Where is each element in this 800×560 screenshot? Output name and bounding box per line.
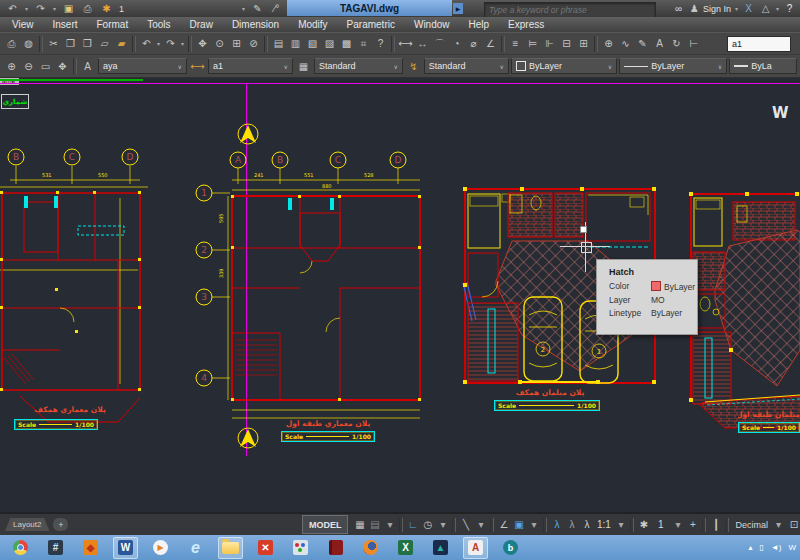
taskbar-firefox-icon[interactable] [358,537,383,559]
dim-radius-icon[interactable]: ◔ [448,36,465,52]
scale-caret[interactable]: ▾ [613,516,628,533]
mleader-style-combo[interactable]: Standard∨ [424,58,509,74]
save-button[interactable]: ▣ [60,1,77,17]
zoom-out-icon[interactable]: ⊖ [20,58,37,74]
markup-icon[interactable]: ▩ [338,36,355,52]
help-icon[interactable]: ? [781,1,798,17]
table-style-icon[interactable]: ▦ [295,58,312,74]
undo-flyout-caret[interactable]: ▾ [155,36,162,52]
zoom-in-icon[interactable]: ⊕ [3,58,20,74]
tray-language-label[interactable]: W [788,543,796,552]
taskbar-excel-icon[interactable]: X [393,537,418,559]
text-style-icon[interactable]: A [79,58,96,74]
annotate-icon[interactable]: ✎ [249,1,266,17]
taskbar-ie-icon[interactable]: e [183,537,208,559]
units-dropdown[interactable]: Decimal ▾ [735,516,786,533]
lineweight-combo[interactable]: ByLa [729,58,797,74]
taskbar-paint-icon[interactable] [288,537,313,559]
zoom-previous-icon[interactable]: ⊘ [245,36,262,52]
properties-icon[interactable]: ▤ [270,36,287,52]
dim-baseline-icon[interactable]: ⊨ [524,36,541,52]
dim-tolerance-icon[interactable]: ⊞ [575,36,592,52]
menu-modify[interactable]: Modify [298,19,327,30]
sign-in-button[interactable]: ♟ Sign In [689,1,731,17]
signin-caret[interactable]: ▾ [733,1,740,17]
taskbar-media-player-icon[interactable]: ▶ [148,537,173,559]
annotation-auto-icon[interactable]: λ [564,516,579,533]
quickcalc-icon[interactable]: ⌗ [355,36,372,52]
title-expand-icon[interactable]: ▶ [453,3,463,14]
dim-arc-icon[interactable]: ⌒ [431,36,448,52]
menu-window[interactable]: Window [414,19,450,30]
qdim-icon[interactable]: ≡ [507,36,524,52]
table-style-combo[interactable]: Standard∨ [314,58,403,74]
undo-icon[interactable]: ↶ [138,36,155,52]
tray-settings-icon[interactable]: ⊡ [788,516,800,533]
snap-grid-toggle[interactable]: ▤ [367,516,382,533]
tray-volume-icon[interactable]: ◄) [771,543,782,552]
plot-icon[interactable]: ⎙ [3,36,20,52]
help-button-icon[interactable]: ? [372,36,389,52]
undo-caret[interactable]: ▾ [23,1,30,17]
model-space-button[interactable]: MODEL [302,515,349,534]
dim-linear-icon[interactable]: ⟷ [397,36,414,52]
add-layout-tab[interactable]: + [53,518,68,531]
paste-special-icon[interactable]: ▱ [96,36,113,52]
menu-help[interactable]: Help [469,19,490,30]
dim-continue-icon[interactable]: ⊩ [541,36,558,52]
copy-icon[interactable]: ❐ [62,36,79,52]
workspace-number[interactable]: 1 [651,516,670,533]
menu-dimension[interactable]: Dimension [232,19,279,30]
text-style-combo[interactable]: aya∨ [98,58,187,74]
apps-caret[interactable]: ▾ [774,1,781,17]
dim-angular-icon[interactable]: ∠ [482,36,499,52]
linetype-combo[interactable]: ByLayer∨ [619,58,727,74]
dim-break-icon[interactable]: ⊟ [558,36,575,52]
center-mark-icon[interactable]: ⊕ [600,36,617,52]
cut-icon[interactable]: ✂ [45,36,62,52]
annotation-scale-value[interactable]: 1:1 [594,516,613,533]
dynamic-input-toggle[interactable]: ▣ [511,516,526,533]
drawing-canvas[interactable]: ame شماري W B C D 531 550 [0,78,800,512]
a360-icon[interactable]: △ [757,1,774,17]
zoom-window-icon[interactable]: ⊞ [228,36,245,52]
match-properties-icon[interactable]: ▰ [113,36,130,52]
dim-style-mini-icon[interactable]: ⟷ [189,58,206,74]
menu-parametric[interactable]: Parametric [347,19,395,30]
taskbar-word-icon[interactable]: W [113,537,138,559]
plot-preview-icon[interactable]: ◍ [20,36,37,52]
hatch-grip[interactable] [580,226,587,233]
workspace-switch-gear-icon[interactable]: ✱ [636,516,651,533]
dim-aligned-icon[interactable]: ↔ [414,36,431,52]
dim-update-icon[interactable]: ↻ [668,36,685,52]
menu-insert[interactable]: Insert [53,19,78,30]
taskbar-photos-icon[interactable]: ▲ [428,537,453,559]
paste-icon[interactable]: ❒ [79,36,96,52]
dyn-caret[interactable]: ▾ [526,516,541,533]
taskbar-grid-app-icon[interactable]: # [43,537,68,559]
taskbar-file-explorer-icon[interactable] [218,537,243,559]
search-binoculars-icon[interactable]: ∞ [670,1,687,17]
annotation-visibility-icon[interactable]: λ [549,516,564,533]
zoom-realtime-icon[interactable]: ⊙ [211,36,228,52]
tray-show-hidden-icon[interactable]: ▴ [748,543,752,552]
tray-battery-icon[interactable]: ▯ [759,543,763,552]
taskbar-red-x-app-icon[interactable]: ✕ [253,537,278,559]
zoom-extents-icon[interactable]: ▭ [37,58,54,74]
dim-text-input[interactable]: a1 [727,36,791,52]
dim-style-combo[interactable]: a1∨ [208,58,293,74]
redo-button[interactable]: ↷ [32,1,49,17]
qat-flyout-caret[interactable]: ▾ [240,1,247,17]
taskbar-orange-app-icon[interactable]: ◆ [78,537,103,559]
dim-jog-icon[interactable]: ∿ [617,36,634,52]
search-input[interactable] [484,2,656,18]
redo-caret[interactable]: ▾ [51,1,58,17]
menu-view[interactable]: View [12,19,34,30]
sheetset-icon[interactable]: ▨ [321,36,338,52]
plot-button[interactable]: ⎙ [79,1,96,17]
menu-express[interactable]: Express [508,19,544,30]
snap-caret[interactable]: ▾ [382,516,397,533]
workspace-gear-icon[interactable]: ✱ [98,1,115,17]
grid-display-toggle[interactable]: ▦ [352,516,367,533]
color-combo[interactable]: ByLayer∨ [511,58,617,74]
